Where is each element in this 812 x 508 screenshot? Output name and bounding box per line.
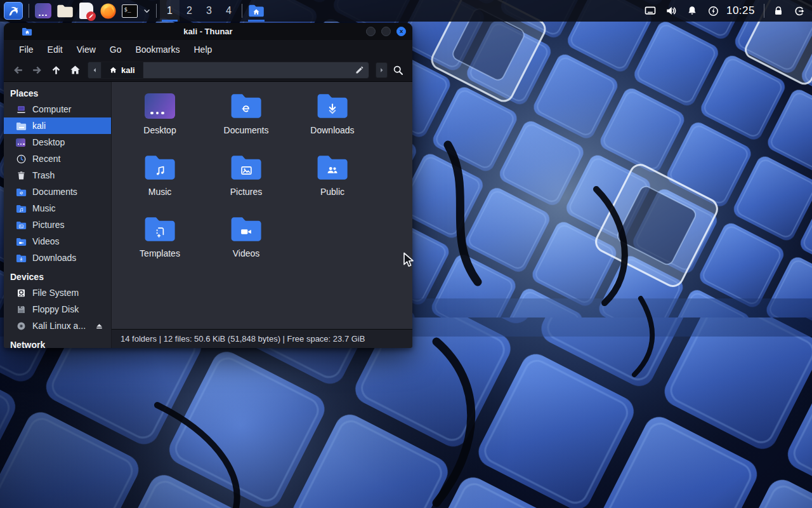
- file-item-documents[interactable]: Documents: [209, 90, 283, 152]
- menu-edit[interactable]: Edit: [41, 41, 70, 58]
- sidebar-item-pictures[interactable]: Pictures: [4, 217, 111, 233]
- network-header: Network: [4, 337, 111, 348]
- launcher-terminal[interactable]: $_: [119, 0, 140, 22]
- menu-go[interactable]: Go: [103, 41, 129, 58]
- up-button[interactable]: [46, 62, 65, 79]
- sidebar-item-videos[interactable]: Videos: [4, 233, 111, 250]
- optical-disc-icon: [16, 321, 27, 331]
- menu-bookmarks[interactable]: Bookmarks: [128, 41, 187, 58]
- trash-icon: [16, 170, 27, 181]
- taskbar-thunar-window-button[interactable]: [246, 0, 267, 22]
- sidebar: Places Computer kali Desktop: [4, 82, 112, 348]
- home-button[interactable]: [65, 62, 84, 79]
- places-header: Places: [4, 85, 111, 101]
- panel-separator: [764, 4, 764, 18]
- file-item-pictures[interactable]: Pictures: [209, 152, 283, 213]
- documents-folder-icon: [230, 92, 263, 120]
- chevron-down-icon: [142, 6, 152, 16]
- dark-files-icon: [35, 3, 51, 18]
- music-folder-icon: [143, 154, 176, 182]
- window-title: kali - Thunar: [86, 27, 330, 36]
- top-panel: $_ 1 2 3 4 10:25: [0, 0, 812, 22]
- volume-tray-button[interactable]: [661, 0, 682, 22]
- videos-folder-icon: [16, 236, 27, 247]
- system-tray: 10:25: [640, 0, 812, 22]
- workspace-4[interactable]: 4: [219, 0, 239, 22]
- home-icon: [109, 66, 117, 74]
- back-button[interactable]: [8, 62, 27, 79]
- sidebar-item-downloads[interactable]: Downloads: [4, 250, 111, 266]
- sidebar-item-computer[interactable]: Computer: [4, 101, 111, 117]
- file-item-videos[interactable]: Videos: [209, 213, 283, 275]
- launcher-firefox[interactable]: [97, 0, 119, 22]
- search-button[interactable]: [388, 62, 408, 79]
- desktop-folder-icon: [145, 93, 175, 119]
- public-folder-icon: [316, 154, 349, 182]
- status-bar: 14 folders | 12 files: 50.6 KiB (51,848 …: [112, 329, 412, 348]
- launcher-thunar[interactable]: [54, 0, 75, 22]
- titlebar[interactable]: kali - Thunar: [4, 23, 412, 40]
- power-manager-tray-button[interactable]: [703, 0, 724, 22]
- downloads-folder-icon: [16, 253, 27, 264]
- applications-menu-button[interactable]: [4, 2, 23, 20]
- home-folder-icon: [16, 121, 27, 131]
- pictures-folder-icon: [230, 154, 263, 182]
- path-entry-area[interactable]: [143, 62, 350, 78]
- terminal-icon: $_: [122, 4, 138, 18]
- workspace-3[interactable]: 3: [199, 0, 219, 22]
- workspace-2[interactable]: 2: [180, 0, 199, 22]
- path-scroll-left-button[interactable]: [88, 62, 102, 78]
- lock-screen-button[interactable]: [768, 0, 789, 22]
- sidebar-item-recent[interactable]: Recent: [4, 150, 111, 167]
- launcher-file-manager-dark[interactable]: [32, 0, 54, 22]
- eject-icon[interactable]: [95, 321, 104, 331]
- file-item-templates[interactable]: Templates: [123, 213, 197, 275]
- sidebar-item-documents[interactable]: Documents: [4, 184, 111, 200]
- window-app-icon: [22, 27, 32, 36]
- minimize-button[interactable]: [366, 27, 376, 36]
- sidebar-item-kali[interactable]: kali: [4, 117, 111, 134]
- sidebar-item-file-system[interactable]: File System: [4, 284, 111, 301]
- network-tray-button[interactable]: [640, 0, 661, 22]
- recent-icon: [16, 154, 27, 164]
- workspace-1[interactable]: 1: [160, 0, 180, 22]
- path-scroll-right-button[interactable]: [376, 62, 388, 78]
- file-manager-icon: [56, 4, 74, 18]
- logout-button[interactable]: [789, 0, 809, 22]
- file-item-downloads[interactable]: Downloads: [296, 90, 369, 152]
- file-item-public[interactable]: Public: [296, 152, 369, 213]
- launcher-dropdown-button[interactable]: [140, 0, 153, 22]
- menu-file[interactable]: File: [12, 41, 41, 58]
- file-view[interactable]: Desktop Documents Downloads: [112, 82, 412, 348]
- thunar-window-icon: [248, 4, 265, 18]
- menu-view[interactable]: View: [70, 41, 103, 58]
- path-edit-button[interactable]: [350, 62, 369, 78]
- sidebar-item-kali-linux-cd[interactable]: Kali Linux a...: [4, 318, 111, 334]
- file-item-desktop[interactable]: Desktop: [123, 90, 197, 152]
- pictures-folder-icon: [16, 220, 27, 231]
- path-crumb-kali[interactable]: kali: [102, 62, 143, 78]
- close-button[interactable]: [396, 27, 406, 36]
- path-bar[interactable]: kali: [88, 62, 369, 79]
- status-text: 14 folders | 12 files: 50.6 KiB (51,848 …: [121, 334, 365, 344]
- file-item-music[interactable]: Music: [123, 152, 197, 213]
- panel-separator: [242, 4, 242, 18]
- sidebar-item-floppy-disk[interactable]: Floppy Disk: [4, 301, 111, 318]
- menu-help[interactable]: Help: [187, 41, 219, 58]
- sidebar-item-trash[interactable]: Trash: [4, 167, 111, 184]
- music-folder-icon: [16, 203, 27, 214]
- thunar-window: kali - Thunar File Edit View Go Bookmark…: [4, 23, 412, 348]
- desktop-icon: [16, 137, 27, 148]
- kali-logo-icon: [6, 4, 20, 18]
- videos-folder-icon: [230, 215, 263, 243]
- templates-folder-icon: [143, 215, 176, 243]
- launcher-text-editor[interactable]: [75, 0, 97, 22]
- sidebar-item-desktop[interactable]: Desktop: [4, 134, 111, 150]
- notifications-tray-button[interactable]: [682, 0, 703, 22]
- menubar: File Edit View Go Bookmarks Help: [4, 40, 412, 59]
- panel-clock[interactable]: 10:25: [724, 4, 761, 17]
- sidebar-item-music[interactable]: Music: [4, 200, 111, 217]
- forward-button[interactable]: [27, 62, 46, 79]
- maximize-button[interactable]: [381, 27, 391, 36]
- text-editor-icon: [79, 3, 93, 19]
